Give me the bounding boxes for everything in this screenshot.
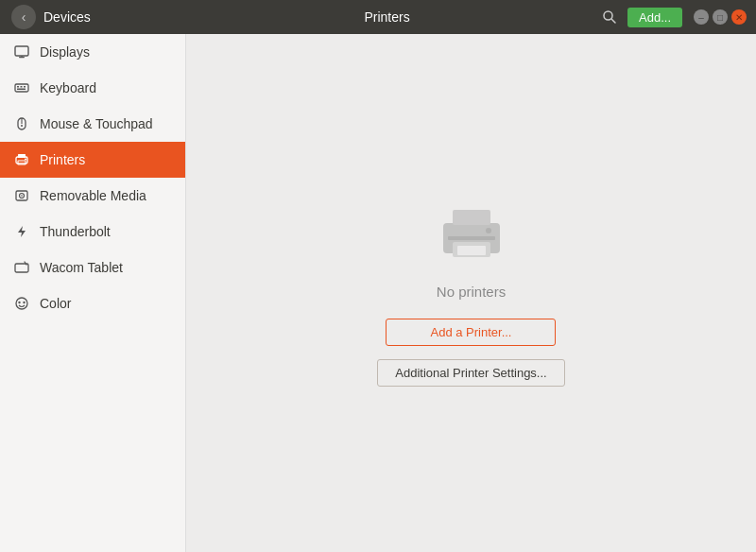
svg-point-24 <box>18 302 20 303</box>
color-icon <box>13 295 30 312</box>
svg-line-1 <box>612 20 616 24</box>
svg-point-19 <box>21 195 23 197</box>
svg-rect-6 <box>17 86 19 88</box>
titlebar-left: ‹ Devices <box>0 5 186 29</box>
maximize-button[interactable]: □ <box>713 9 728 25</box>
titlebar: ‹ Devices Printers Add... – □ ✕ <box>0 0 756 34</box>
svg-rect-14 <box>18 154 26 158</box>
sidebar-item-removable-media[interactable]: Removable Media <box>0 178 185 214</box>
sidebar-item-mouse-touchpad[interactable]: Mouse & Touchpad <box>0 106 185 142</box>
svg-rect-8 <box>24 86 26 88</box>
svg-rect-29 <box>457 246 486 255</box>
svg-point-16 <box>25 159 26 161</box>
svg-marker-20 <box>18 226 26 237</box>
add-button[interactable]: Add... <box>627 8 682 27</box>
svg-rect-2 <box>15 46 28 56</box>
sidebar-label-removable-media: Removable Media <box>40 188 146 203</box>
sidebar-item-wacom-tablet[interactable]: Wacom Tablet <box>0 250 185 285</box>
no-printers-text: No printers <box>437 284 506 300</box>
titlebar-center: Printers <box>186 9 588 25</box>
sidebar-label-printers: Printers <box>40 152 85 167</box>
printers-icon <box>13 151 30 168</box>
svg-rect-9 <box>17 89 26 91</box>
main-layout: DisplaysKeyboardMouse & TouchpadPrinters… <box>0 34 756 552</box>
sidebar-label-wacom-tablet: Wacom Tablet <box>40 260 123 275</box>
add-printer-button[interactable]: Add a Printer... <box>386 319 556 346</box>
svg-rect-7 <box>21 86 23 88</box>
section-title: Devices <box>43 9 91 25</box>
back-icon: ‹ <box>22 9 26 25</box>
sidebar-item-thunderbolt[interactable]: Thunderbolt <box>0 214 185 250</box>
keyboard-icon <box>13 79 30 96</box>
sidebar-label-keyboard: Keyboard <box>40 80 96 95</box>
sidebar-item-printers[interactable]: Printers <box>0 142 185 178</box>
sidebar-item-keyboard[interactable]: Keyboard <box>0 70 185 106</box>
svg-rect-27 <box>453 210 490 225</box>
svg-point-25 <box>23 302 25 303</box>
svg-point-0 <box>604 11 612 20</box>
close-button[interactable]: ✕ <box>731 9 747 25</box>
additional-settings-button[interactable]: Additional Printer Settings... <box>377 359 564 387</box>
wacom-tablet-icon <box>13 259 30 276</box>
sidebar: DisplaysKeyboardMouse & TouchpadPrinters… <box>0 34 186 552</box>
window-controls: – □ ✕ <box>694 9 747 25</box>
page-title: Printers <box>364 9 409 25</box>
sidebar-label-color: Color <box>40 296 71 311</box>
svg-rect-5 <box>15 84 28 92</box>
printer-icon <box>434 200 509 268</box>
minimize-button[interactable]: – <box>694 9 709 25</box>
search-icon <box>602 9 617 25</box>
svg-point-12 <box>21 125 23 127</box>
svg-point-31 <box>486 228 491 233</box>
removable-media-icon <box>13 187 30 204</box>
sidebar-item-displays[interactable]: Displays <box>0 34 185 70</box>
mouse-touchpad-icon <box>13 115 30 132</box>
search-button[interactable] <box>597 5 622 29</box>
sidebar-item-color[interactable]: Color <box>0 285 185 321</box>
sidebar-label-thunderbolt: Thunderbolt <box>40 224 111 239</box>
content-area: No printers Add a Printer... Additional … <box>186 34 756 552</box>
sidebar-label-mouse-touchpad: Mouse & Touchpad <box>40 116 153 131</box>
sidebar-label-displays: Displays <box>40 44 90 60</box>
back-button[interactable]: ‹ <box>11 5 36 29</box>
svg-rect-30 <box>448 236 495 240</box>
empty-state: No printers <box>434 200 509 300</box>
thunderbolt-icon <box>13 223 30 240</box>
displays-icon <box>13 43 30 60</box>
svg-point-23 <box>16 298 27 309</box>
content-buttons: Add a Printer... Additional Printer Sett… <box>377 319 564 387</box>
titlebar-right: Add... – □ ✕ <box>588 5 756 29</box>
